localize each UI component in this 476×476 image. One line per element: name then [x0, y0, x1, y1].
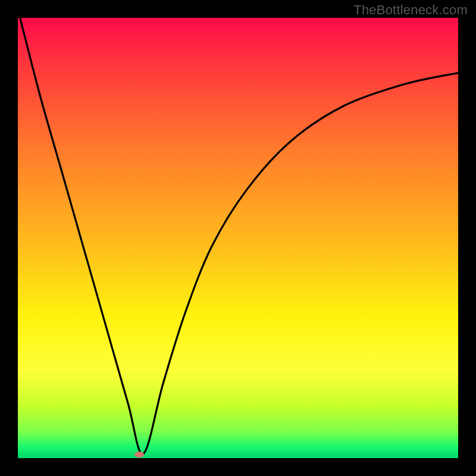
plot-area: [18, 18, 458, 458]
chart-frame: TheBottleneck.com: [0, 0, 476, 476]
minimum-marker: [134, 452, 144, 458]
bottleneck-curve: [20, 18, 458, 454]
watermark-text: TheBottleneck.com: [353, 2, 468, 18]
curve-layer: [18, 18, 458, 458]
